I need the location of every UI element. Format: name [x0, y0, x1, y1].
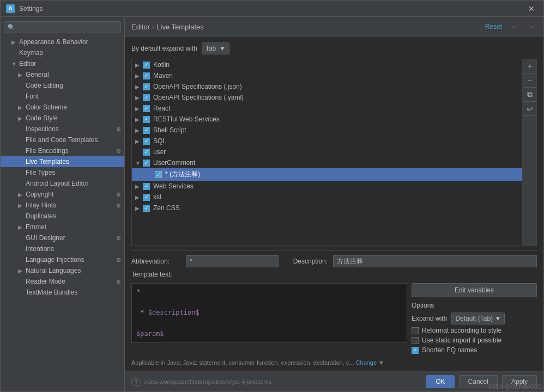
- chevron-right-icon: ▶: [135, 106, 143, 112]
- template-text-area: * * $description$ $param$ Edit variables…: [131, 283, 537, 356]
- sidebar-item-general[interactable]: ▶ General: [1, 69, 124, 80]
- template-text-label: Template text:: [131, 271, 537, 278]
- template-group-kotlin[interactable]: ▶ Kotlin: [132, 59, 522, 70]
- sidebar-item-editor[interactable]: ▼ Editor: [1, 58, 124, 69]
- add-button[interactable]: ＋: [523, 59, 537, 74]
- sidebar-item-label: GUI Designer: [26, 234, 65, 242]
- change-arrow-icon: ▼: [378, 359, 384, 366]
- template-group-shell[interactable]: ▶ Shell Script: [132, 125, 522, 136]
- search-box[interactable]: 🔍: [4, 21, 121, 33]
- sidebar-item-label: Inlay Hints: [26, 201, 56, 209]
- sidebar-item-reader-mode[interactable]: Reader Mode ⚙: [1, 276, 124, 287]
- edit-variables-button[interactable]: Edit variables: [412, 283, 537, 297]
- reset-button[interactable]: Reset: [483, 22, 504, 32]
- template-group-zen-css[interactable]: ▶ Zen CSS: [132, 203, 522, 213]
- change-link[interactable]: Change: [356, 359, 377, 366]
- sidebar-item-duplicates[interactable]: Duplicates: [1, 211, 124, 222]
- search-input[interactable]: [17, 23, 117, 31]
- chevron-right-icon: ▶: [135, 73, 143, 79]
- description-label: Description:: [284, 258, 328, 265]
- template-group-web-services[interactable]: ▶ Web Services: [132, 181, 522, 192]
- remove-button[interactable]: －: [523, 74, 537, 88]
- template-group-xsl[interactable]: ▶ xsl: [132, 192, 522, 203]
- sidebar-item-gui-designer[interactable]: GUI Designer ⚙: [1, 232, 124, 243]
- openapi-json-checkbox[interactable]: [143, 83, 150, 90]
- code-line-1: *: [136, 287, 402, 297]
- edit-vars-panel: Edit variables Options Expand with Defau…: [412, 283, 537, 356]
- sidebar-item-appearance[interactable]: ▶ Appearance & Behavior: [1, 36, 124, 47]
- sidebar-item-code-style[interactable]: ▶ Code Style: [1, 113, 124, 124]
- sidebar-item-language-injections[interactable]: Language Injections ⚙: [1, 254, 124, 265]
- kotlin-checkbox[interactable]: [143, 62, 150, 69]
- sidebar-item-font[interactable]: Font: [1, 91, 124, 102]
- sidebar-item-inlay-hints[interactable]: ▶ Inlay Hints ⚙: [1, 200, 124, 211]
- sql-checkbox[interactable]: [143, 138, 150, 145]
- group-label: React: [153, 105, 170, 112]
- sidebar-item-code-editing[interactable]: Code Editing: [1, 80, 124, 91]
- sidebar-item-natural-languages[interactable]: ▶ Natural Languages: [1, 265, 124, 276]
- static-import-checkbox[interactable]: [412, 337, 419, 344]
- close-button[interactable]: ✕: [525, 3, 538, 14]
- help-button[interactable]: ?: [131, 377, 141, 387]
- template-item-method-comment[interactable]: * (方法注释): [132, 168, 522, 181]
- sidebar-item-copyright[interactable]: ▶ Copyright ⚙: [1, 189, 124, 200]
- ok-button[interactable]: OK: [426, 375, 454, 388]
- zen-css-checkbox[interactable]: [143, 205, 150, 212]
- template-group-usercomment[interactable]: ▼ UserComment: [132, 157, 522, 168]
- sidebar-item-emmet[interactable]: ▶ Emmet: [1, 222, 124, 232]
- sidebar-item-label: Android Layout Editor: [26, 180, 88, 187]
- template-group-react[interactable]: ▶ React: [132, 103, 522, 114]
- template-code-editor[interactable]: * * $description$ $param$: [131, 283, 407, 343]
- sidebar-item-file-types[interactable]: File Types: [1, 167, 124, 178]
- description-input[interactable]: [333, 255, 537, 267]
- sidebar-item-file-code-templates[interactable]: File and Code Templates: [1, 134, 124, 145]
- options-expand-with-select[interactable]: Default (Tab) ▼: [451, 313, 505, 324]
- app-icon: A: [6, 4, 15, 13]
- openapi-yaml-checkbox[interactable]: [143, 94, 150, 101]
- usercomment-checkbox[interactable]: [143, 160, 150, 167]
- template-group-restful[interactable]: ▶ RESTful Web Services: [132, 114, 522, 125]
- expand-with-select[interactable]: Tab ▼: [202, 42, 229, 54]
- template-group-maven[interactable]: ▶ Maven: [132, 70, 522, 81]
- maven-checkbox[interactable]: [143, 72, 150, 79]
- xsl-checkbox[interactable]: [143, 194, 150, 201]
- sidebar-item-label: TextMate Bundles: [26, 289, 77, 296]
- chevron-right-icon: ▶: [135, 127, 143, 133]
- reformat-checkbox[interactable]: [412, 327, 419, 334]
- nav-next-button[interactable]: →: [525, 21, 537, 32]
- nav-prev-button[interactable]: ←: [509, 21, 521, 32]
- restore-button[interactable]: ↩: [523, 102, 537, 116]
- expand-with-row: By default expand with Tab ▼: [131, 42, 537, 54]
- static-import-label: Use static import if possible: [422, 336, 501, 344]
- sidebar-item-intentions[interactable]: Intentions: [1, 243, 124, 254]
- abbreviation-input[interactable]: [186, 255, 279, 267]
- reformat-row: Reformat according to style: [412, 327, 537, 334]
- chevron-right-icon: ▶: [135, 138, 143, 144]
- copy-button[interactable]: ⧉: [523, 88, 537, 102]
- sidebar-item-file-encodings[interactable]: File Encodings ⚙: [1, 145, 124, 156]
- sidebar-item-keymap[interactable]: Keymap: [1, 47, 124, 58]
- template-group-openapi-yaml[interactable]: ▶ OpenAPI Specifications (.yaml): [132, 92, 522, 103]
- footer-path: /idea-workspace/firstproject/com/ya: 4 p…: [144, 378, 271, 385]
- code-line-4: [136, 318, 402, 329]
- method-comment-checkbox[interactable]: [155, 171, 162, 178]
- user-checkbox[interactable]: [143, 149, 150, 156]
- shorten-fq-checkbox[interactable]: [412, 347, 419, 354]
- sidebar-item-label: File Encodings: [26, 147, 69, 155]
- sidebar-item-color-scheme[interactable]: ▶ Color Scheme: [1, 102, 124, 113]
- window-title: Settings: [19, 5, 525, 13]
- shell-checkbox[interactable]: [143, 127, 150, 134]
- template-group-openapi-json[interactable]: ▶ OpenAPI Specifications (.json): [132, 81, 522, 92]
- chevron-right-icon: ▶: [135, 117, 143, 122]
- sidebar-item-android-layout[interactable]: Android Layout Editor: [1, 178, 124, 189]
- sidebar-item-live-templates[interactable]: Live Templates: [1, 156, 124, 167]
- sidebar-item-textmate-bundles[interactable]: TextMate Bundles: [1, 287, 124, 298]
- react-checkbox[interactable]: [143, 105, 150, 112]
- web-services-checkbox[interactable]: [143, 183, 150, 190]
- template-group-sql[interactable]: ▶ SQL: [132, 136, 522, 146]
- restful-checkbox[interactable]: [143, 116, 150, 123]
- abbreviation-label: Abbreviation:: [131, 258, 180, 265]
- template-item-user[interactable]: user: [132, 146, 522, 157]
- sidebar-item-inspections[interactable]: Inspections ⚙: [1, 124, 124, 134]
- sidebar-item-label: Duplicates: [26, 212, 56, 220]
